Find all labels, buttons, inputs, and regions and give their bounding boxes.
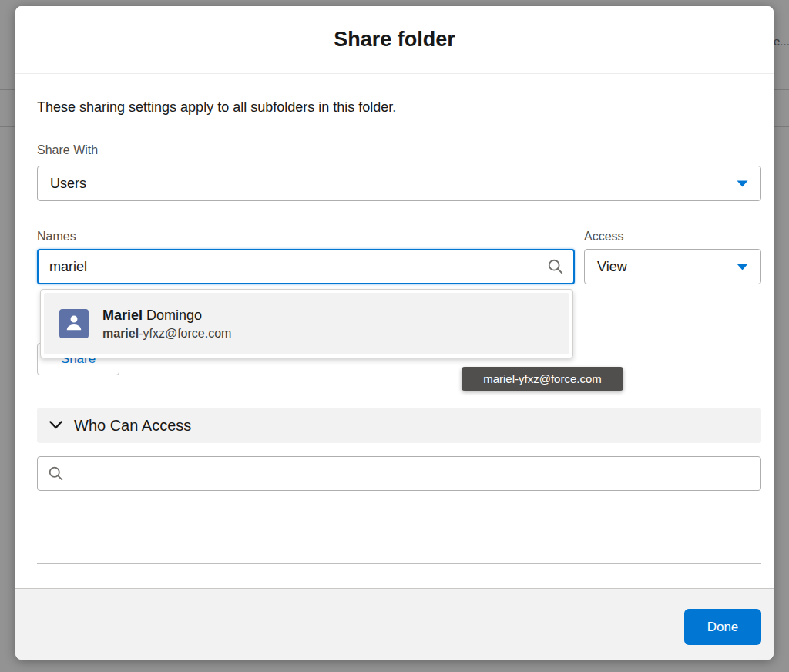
done-button[interactable]: Done [684, 609, 761, 645]
who-can-access-search-wrapper [37, 456, 761, 491]
suggestion-name-rest: Domingo [143, 307, 202, 323]
chevron-down-icon [737, 176, 748, 190]
share-with-select[interactable]: Users [37, 166, 761, 201]
search-icon [48, 465, 64, 485]
who-can-access-section-header[interactable]: Who Can Access [37, 408, 761, 443]
sharing-settings-note: These sharing settings apply to all subf… [37, 99, 396, 116]
email-tooltip: mariel-yfxz@force.com [462, 367, 623, 391]
suggestion-name: Mariel Domingo [102, 307, 231, 324]
access-label: Access [584, 230, 624, 244]
suggestion-email-match: mariel [102, 327, 139, 340]
share-folder-modal: Share folder These sharing settings appl… [15, 6, 774, 660]
backdrop-truncated-text: e... [774, 35, 789, 48]
screen: e... Share folder These sharing settings… [0, 0, 789, 672]
search-icon [547, 258, 564, 278]
modal-title: Share folder [15, 6, 774, 72]
suggestion-text: Mariel Domingo mariel-yfxz@force.com [102, 307, 231, 341]
divider [37, 563, 761, 564]
access-value: View [597, 259, 627, 275]
person-icon [64, 312, 84, 335]
suggestion-name-match: Mariel [102, 307, 143, 323]
divider [37, 502, 761, 502]
who-can-access-search-input[interactable] [37, 456, 761, 491]
modal-footer: Done [15, 588, 774, 660]
share-with-label: Share With [37, 143, 98, 157]
suggestions-dropdown: Mariel Domingo mariel-yfxz@force.com [40, 289, 573, 358]
who-can-access-label: Who Can Access [74, 417, 191, 435]
suggestion-email: mariel-yfxz@force.com [102, 327, 231, 341]
names-input[interactable] [37, 249, 575, 284]
suggestion-item[interactable]: Mariel Domingo mariel-yfxz@force.com [44, 293, 569, 354]
share-with-value: Users [50, 176, 86, 192]
chevron-down-icon [737, 260, 748, 274]
user-avatar [59, 309, 89, 338]
modal-header: Share folder [15, 6, 774, 74]
chevron-down-icon [49, 418, 62, 432]
suggestion-email-rest: -yfxz@force.com [139, 327, 231, 340]
names-label: Names [37, 230, 76, 244]
names-field-wrapper [37, 249, 575, 284]
access-select[interactable]: View [584, 249, 761, 284]
